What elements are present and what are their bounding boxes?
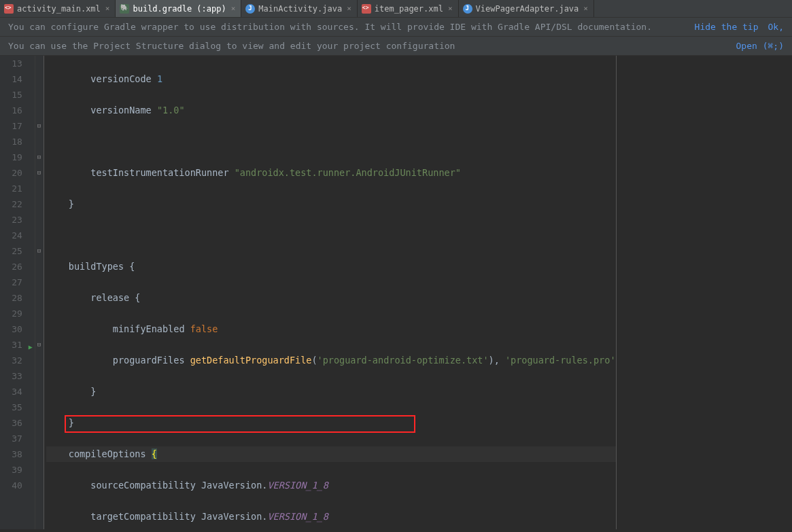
code-text: release [90, 292, 135, 303]
fold-marker-icon[interactable]: ⊟ [37, 149, 41, 165]
hide-tip-link[interactable]: Hide the tip [695, 22, 759, 32]
code-string: "androidx.test.runner.AndroidJUnitRunner… [235, 167, 461, 178]
code-text: sourceCompatibility JavaVersion. [90, 480, 267, 491]
code-keyword: false [190, 323, 218, 334]
line-gutter: 13141516 17181920 21222324 25262728 2930… [0, 56, 35, 529]
close-icon[interactable]: × [447, 4, 453, 13]
tab-label: build.gradle (:app) [133, 4, 226, 14]
code-const: VERSION_1_8 [267, 480, 328, 491]
tab-label: MainActivity.java [258, 4, 342, 14]
code-brace: } [69, 198, 74, 209]
tab-label: item_pager.xml [375, 4, 443, 14]
code-string: 'proguard-rules.pro' [505, 355, 616, 366]
fold-marker-icon[interactable]: ⊟ [37, 165, 41, 181]
code-text: proguardFiles [113, 355, 190, 366]
fold-marker-icon[interactable]: ⊟ [37, 243, 41, 259]
fold-column[interactable]: ⊟ ⊟ ⊟ ⊟ ⊟ [35, 56, 44, 529]
gradle-tip-banner: You can configure Gradle wrapper to use … [0, 18, 792, 37]
code-const: VERSION_1_8 [267, 511, 328, 522]
project-structure-banner: You can use the Project Structure dialog… [0, 37, 792, 56]
java-file-icon [245, 4, 255, 14]
code-text: ( [311, 355, 317, 366]
code-brace: } [69, 417, 74, 428]
tab-viewpager-adapter[interactable]: ViewPagerAdapter.java × [459, 0, 594, 17]
code-text: compileOptions [69, 448, 152, 459]
code-number: 1 [157, 73, 162, 84]
close-icon[interactable]: × [230, 4, 236, 13]
code-string: "1.0" [157, 105, 185, 116]
code-brace: { [129, 261, 135, 272]
code-string: 'proguard-android-optimize.txt' [317, 355, 489, 366]
tab-item-pager[interactable]: item_pager.xml × [358, 0, 459, 17]
xml-file-icon [4, 4, 14, 14]
xml-file-icon [362, 4, 371, 14]
code-text: minifyEnabled [113, 323, 190, 334]
code-brace: { [152, 448, 157, 459]
gradle-file-icon [120, 4, 129, 14]
tab-activity-main[interactable]: activity_main.xml × [0, 0, 116, 17]
code-brace: { [135, 292, 140, 303]
code-brace: } [90, 386, 96, 397]
code-text: ), [489, 355, 505, 366]
banner-text: You can use the Project Structure dialog… [8, 41, 455, 51]
fold-marker-icon[interactable]: ⊟ [37, 337, 41, 353]
tab-build-gradle[interactable]: build.gradle (:app) × [116, 0, 241, 17]
tab-main-activity[interactable]: MainActivity.java × [241, 0, 357, 17]
tab-label: ViewPagerAdapter.java [476, 4, 579, 14]
java-file-icon [463, 4, 472, 14]
right-margin [617, 56, 792, 529]
code-editor[interactable]: 13141516 17181920 21222324 25262728 2930… [0, 56, 792, 529]
close-icon[interactable]: × [104, 4, 110, 13]
open-project-structure-link[interactable]: Open (⌘;) [736, 41, 784, 51]
code-func: getDefaultProguardFile [190, 355, 312, 366]
code-area[interactable]: versionCode 1 versionName "1.0" testInst… [44, 56, 616, 529]
code-text: versionName [90, 105, 157, 116]
code-text: testInstrumentationRunner [90, 167, 234, 178]
code-text: buildTypes [69, 261, 129, 272]
editor-tabs: activity_main.xml × build.gradle (:app) … [0, 0, 792, 18]
banner-text: You can configure Gradle wrapper to use … [8, 22, 652, 32]
ok-link[interactable]: Ok, [768, 22, 784, 32]
tab-label: activity_main.xml [17, 4, 101, 14]
code-text: targetCompatibility JavaVersion. [90, 511, 267, 522]
close-icon[interactable]: × [582, 4, 588, 13]
close-icon[interactable]: × [345, 4, 351, 13]
code-text: versionCode [90, 73, 157, 84]
fold-marker-icon[interactable]: ⊟ [37, 118, 41, 134]
